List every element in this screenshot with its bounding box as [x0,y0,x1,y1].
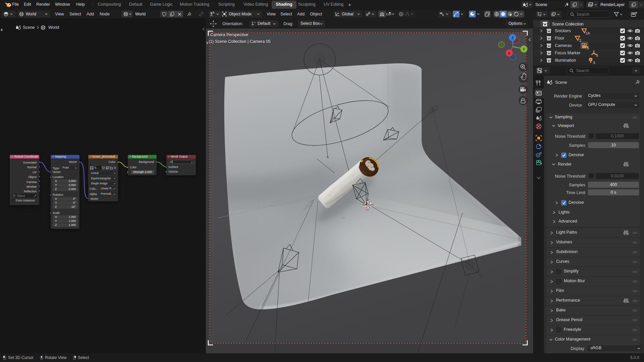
svg-text:Z: Z [512,36,514,40]
svg-text:X: X [508,51,511,55]
svg-text:Y: Y [523,47,525,51]
